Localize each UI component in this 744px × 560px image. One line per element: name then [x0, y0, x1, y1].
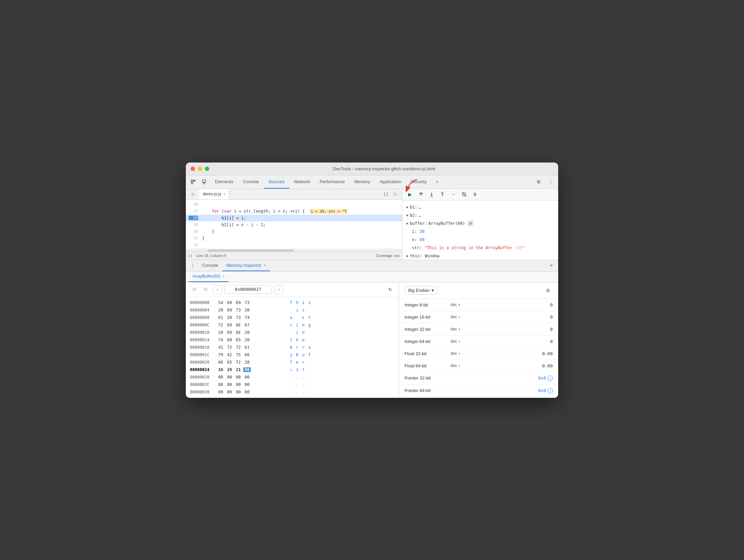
hex-byte[interactable]: 3A — [217, 367, 224, 372]
step-into-button[interactable] — [427, 190, 436, 199]
hex-byte[interactable]: 79 — [217, 352, 224, 357]
tab-console-bottom[interactable]: Console — [198, 260, 222, 271]
prev-address-button[interactable]: ‹ — [213, 285, 222, 294]
inspector-icon[interactable] — [189, 177, 198, 187]
hex-byte[interactable]: 6E — [235, 330, 242, 335]
hex-byte[interactable]: 73 — [235, 308, 242, 313]
hex-byte[interactable]: 73 — [235, 315, 242, 320]
hex-byte[interactable]: 20 — [226, 315, 233, 320]
vi-format-selector[interactable]: dec▾ — [451, 327, 460, 331]
arraybuffer-tab[interactable]: ArrayBuffer(60) × — [189, 272, 228, 282]
hex-byte[interactable]: 20 — [217, 330, 224, 335]
hex-byte[interactable]: 66 — [217, 360, 224, 365]
vi-format-selector[interactable]: dec▾ — [451, 339, 460, 344]
hex-byte[interactable]: 00 — [226, 390, 233, 394]
address-input[interactable] — [224, 285, 272, 294]
hex-byte[interactable]: 66 — [243, 352, 251, 357]
hex-byte[interactable]: 00 — [226, 375, 233, 380]
hex-byte[interactable]: 00 — [243, 390, 251, 394]
close-button[interactable] — [191, 167, 195, 171]
hex-byte[interactable]: 20 — [243, 360, 251, 365]
hex-byte[interactable]: 20 — [243, 330, 251, 335]
hex-byte[interactable]: 00 — [243, 375, 251, 380]
tab-memory[interactable]: Memory — [350, 175, 375, 189]
device-icon[interactable] — [199, 177, 209, 187]
hex-byte[interactable]: 72 — [226, 345, 233, 350]
tab-security[interactable]: Security — [406, 175, 431, 189]
hex-byte[interactable]: 29 — [226, 367, 233, 372]
step-out-button[interactable] — [438, 190, 447, 199]
hex-byte[interactable]: 00 — [235, 382, 242, 387]
vi-format-selector[interactable]: dec▾ — [451, 351, 460, 356]
hex-byte[interactable]: 74 — [217, 338, 224, 342]
hex-byte[interactable]: 20 — [243, 338, 251, 342]
hex-byte[interactable]: 73 — [243, 300, 251, 305]
hex-byte[interactable]: 69 — [226, 330, 233, 335]
hex-byte[interactable]: 41 — [217, 345, 224, 350]
hex-byte[interactable]: 21 — [235, 367, 242, 372]
pause-button[interactable]: ⏸ — [470, 190, 480, 199]
refresh-button[interactable]: ↻ — [386, 285, 395, 294]
scope-b2[interactable]: ▶ b2: … — [402, 211, 558, 219]
settings-icon[interactable]: ⚙ — [534, 177, 543, 187]
step-over-button[interactable] — [416, 190, 425, 199]
step-button[interactable]: → — [448, 190, 458, 199]
hex-byte[interactable]: 67 — [243, 323, 251, 327]
follow-pointer-icon[interactable]: → — [547, 388, 553, 393]
tab-sources[interactable]: Sources — [264, 175, 289, 189]
hex-byte[interactable]: 65 — [235, 338, 242, 342]
tab-memory-inspector[interactable]: Memory Inspector × — [222, 260, 270, 271]
hex-byte[interactable]: 69 — [226, 308, 233, 313]
hex-byte[interactable]: 00 — [243, 382, 251, 387]
editor-tab-close[interactable]: × — [223, 192, 225, 196]
maximize-button[interactable] — [205, 167, 209, 171]
scope-this[interactable]: ▶ this: Window — [402, 252, 558, 260]
scope-b1[interactable]: ▶ b1: … — [402, 203, 558, 211]
hex-byte[interactable]: 61 — [217, 315, 224, 320]
arraybuffer-tab-close[interactable]: × — [222, 274, 224, 278]
hex-byte[interactable]: 54 — [217, 300, 224, 305]
bottom-panel-menu-icon[interactable]: ⋮ — [189, 261, 197, 270]
hex-byte[interactable]: 72 — [217, 323, 224, 327]
follow-pointer-icon[interactable]: → — [547, 375, 553, 381]
hex-byte[interactable]: 00 — [217, 375, 224, 380]
more-options-icon[interactable]: ⋮ — [546, 177, 555, 187]
hex-byte[interactable]: 69 — [235, 300, 242, 305]
hex-byte[interactable]: 65 — [226, 360, 233, 365]
horizontal-scrollbar[interactable] — [186, 249, 402, 252]
hex-byte[interactable]: 72 — [235, 360, 242, 365]
deactivate-button[interactable] — [459, 190, 469, 199]
history-back-button[interactable]: ↺ — [190, 285, 199, 294]
hex-byte[interactable]: 00 — [235, 390, 242, 394]
hex-byte[interactable]: 00 — [217, 382, 224, 387]
minimize-button[interactable] — [198, 167, 202, 171]
vi-pointer-link[interactable]: 0x0→ — [538, 375, 553, 381]
vi-format-selector[interactable]: dec▾ — [451, 363, 460, 368]
hex-byte[interactable]: 68 — [226, 300, 233, 305]
scrollbar-thumb[interactable] — [207, 250, 294, 252]
tab-overflow[interactable]: » — [431, 175, 443, 189]
tab-performance[interactable]: Performance — [315, 175, 349, 189]
hex-byte[interactable]: 00 — [243, 367, 251, 372]
tab-application[interactable]: Application — [375, 175, 406, 189]
vi-format-selector[interactable]: dec▾ — [451, 302, 460, 307]
scope-buffer[interactable]: ▶ buffer: ArrayBuffer(60) — [402, 219, 558, 228]
tab-network[interactable]: Network — [289, 175, 315, 189]
run-icon[interactable]: ▷ — [391, 190, 399, 198]
hex-byte[interactable]: 00 — [235, 375, 242, 380]
hex-byte[interactable]: 6E — [235, 323, 242, 327]
hex-byte[interactable]: 20 — [243, 308, 251, 313]
memory-inspector-tab-close[interactable]: × — [264, 263, 266, 267]
tab-elements[interactable]: Elements — [210, 175, 238, 189]
hex-byte[interactable]: 00 — [217, 390, 224, 394]
vi-pointer-link[interactable]: 0x0→ — [538, 388, 553, 393]
hex-byte[interactable]: 75 — [235, 352, 242, 357]
hex-byte[interactable]: 42 — [226, 352, 233, 357]
buffer-memory-icon[interactable] — [468, 221, 473, 226]
vi-format-selector[interactable]: dec▾ — [451, 315, 460, 319]
hex-byte[interactable]: 69 — [226, 323, 233, 327]
next-address-button[interactable]: › — [275, 285, 283, 294]
editor-file-tab[interactable]: demo-js.js × — [199, 189, 229, 200]
endian-selector[interactable]: Big Endian ▾ — [404, 286, 438, 295]
tab-console[interactable]: Console — [238, 175, 264, 189]
